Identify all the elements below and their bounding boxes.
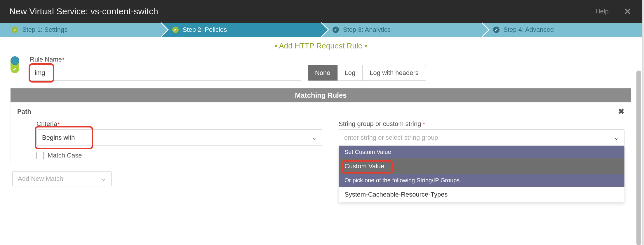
log-option-none[interactable]: None [308,65,338,80]
help-link[interactable]: Help [596,8,609,15]
string-group-label: String group or custom string [339,120,421,127]
required-icon: * [58,122,60,127]
modal-new-virtual-service: New Virtual Service: vs-content-switch H… [0,0,642,245]
rule-name-label: Rule Name [30,56,62,63]
required-icon: * [62,57,64,62]
wizard-steps: ✔ Step 1: Settings ✔ Step 2: Policies ✔ … [0,23,642,37]
rule-form: ✔ Rule Name* None Log Log with headers [0,56,642,186]
step-label: Step 2: Policies [183,26,227,34]
string-group-dropdown: Set Custom Value Custom Value Or pick on… [339,146,624,202]
log-option-log[interactable]: Log [338,65,363,80]
step-settings[interactable]: ✔ Step 1: Settings [0,23,161,37]
dropdown-section-header: Or pick one of the following String/IP G… [339,174,624,187]
check-icon: ✔ [333,27,339,33]
step-analytics[interactable]: ✔ Step 3: Analytics [321,23,481,37]
close-icon[interactable]: ✕ [620,6,635,17]
step-label: Step 3: Analytics [343,26,391,34]
criteria-label: Criteria [36,120,57,127]
modal-header: New Virtual Service: vs-content-switch H… [0,0,642,23]
log-option-log-headers[interactable]: Log with headers [363,65,426,80]
chevron-down-icon: ⌄ [101,175,106,183]
step-advanced[interactable]: ✔ Step 4: Advanced [481,23,642,37]
check-icon: ✔ [12,27,18,33]
add-new-match-label: Add New Match [18,175,63,183]
scrollbar[interactable] [636,71,641,245]
string-group-select[interactable]: ⌄ [339,130,624,146]
criteria-select[interactable]: Begins with ⌄ [36,130,322,146]
match-type-label: Path [17,108,31,116]
modal-body: • Add HTTP Request Rule • ✔ Rule Name* [0,37,642,245]
log-option-group: None Log Log with headers [308,65,426,81]
rule-enable-toggle[interactable]: ✔ [11,57,20,73]
required-icon: * [423,122,425,127]
rule-name-input[interactable] [30,65,301,81]
step-label: Step 1: Settings [22,26,67,34]
matching-rule-panel: Path ✖ Criteria* Begins with ⌄ [11,102,631,163]
criteria-value: Begins with [42,134,75,141]
dropdown-item-label: Custom Value [344,162,384,170]
check-icon: ✔ [493,27,499,33]
add-rule-heading: • Add HTTP Request Rule • [0,40,642,56]
modal-title: New Virtual Service: vs-content-switch [9,6,596,16]
add-new-match-select[interactable]: Add New Match ⌄ [12,171,112,186]
step-label: Step 4: Advanced [504,26,554,34]
dropdown-item-string-group[interactable]: System-Cacheable-Resource-Types [339,187,624,202]
remove-match-icon[interactable]: ✖ [618,107,624,116]
chevron-down-icon: ⌄ [312,134,317,141]
chevron-down-icon: ⌄ [614,134,619,141]
matching-rules-header: Matching Rules [11,88,631,102]
step-policies[interactable]: ✔ Step 2: Policies [161,23,321,37]
match-case-checkbox[interactable] [36,152,44,159]
string-group-input[interactable] [344,134,591,141]
match-case-label: Match Case [48,152,82,159]
dropdown-section-header: Set Custom Value [339,146,624,158]
check-icon: ✔ [172,27,179,33]
dropdown-item-custom-value[interactable]: Custom Value [339,158,624,174]
